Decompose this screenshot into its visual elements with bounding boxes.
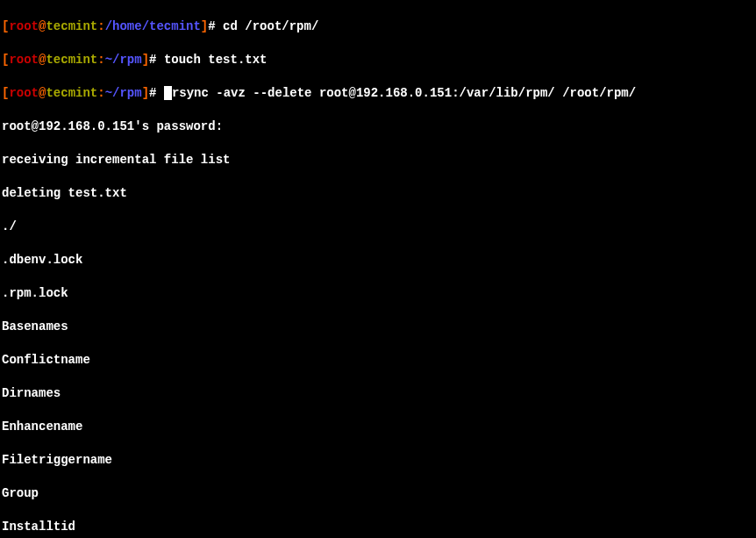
prompt-line-1: [root@tecmint:/home/tecmint]# cd /root/r… xyxy=(2,18,754,35)
prompt-host: tecmint xyxy=(46,19,97,33)
prompt-line-3: [root@tecmint:~/rpm]# rsync -avz --delet… xyxy=(2,85,754,102)
output-line: Group xyxy=(2,485,754,502)
prompt-line-2: [root@tecmint:~/rpm]# touch test.txt xyxy=(2,52,754,68)
cursor-block xyxy=(164,86,172,100)
output-line: root@192.168.0.151's password: xyxy=(2,118,754,135)
bracket-close: ] xyxy=(201,19,208,33)
output-line: Dirnames xyxy=(2,385,754,402)
output-line: Conflictname xyxy=(2,352,754,369)
command-text[interactable]: touch test.txt xyxy=(164,53,267,67)
command-text[interactable]: cd /root/rpm/ xyxy=(223,19,318,33)
prompt-hash: # xyxy=(208,19,223,33)
output-line: ./ xyxy=(2,219,754,235)
prompt-host: tecmint xyxy=(46,86,97,100)
command-text[interactable]: rsync -avz --delete root@192.168.0.151:/… xyxy=(172,86,636,100)
output-line: Basenames xyxy=(2,319,754,335)
prompt-path: /home/tecmint xyxy=(105,19,201,33)
prompt-path: ~/rpm xyxy=(105,86,142,100)
prompt-user: root xyxy=(9,19,39,33)
output-line: deleting test.txt xyxy=(2,185,754,202)
prompt-hash: # xyxy=(149,86,164,100)
output-line: Installtid xyxy=(2,519,754,535)
colon: : xyxy=(97,19,104,33)
output-line: receiving incremental file list xyxy=(2,152,754,169)
prompt-user: root xyxy=(9,86,39,100)
colon: : xyxy=(97,86,104,100)
prompt-hash: # xyxy=(149,53,164,67)
prompt-path: ~/rpm xyxy=(105,53,142,67)
prompt-user: root xyxy=(9,53,39,67)
terminal-output: [root@tecmint:/home/tecmint]# cd /root/r… xyxy=(0,0,756,538)
output-line: Filetriggername xyxy=(2,452,754,469)
bracket-close: ] xyxy=(142,53,149,67)
bracket-close: ] xyxy=(142,86,149,100)
output-line: .dbenv.lock xyxy=(2,252,754,269)
output-line: Enhancename xyxy=(2,419,754,435)
output-line: .rpm.lock xyxy=(2,285,754,302)
prompt-host: tecmint xyxy=(46,53,97,67)
colon: : xyxy=(97,53,104,67)
